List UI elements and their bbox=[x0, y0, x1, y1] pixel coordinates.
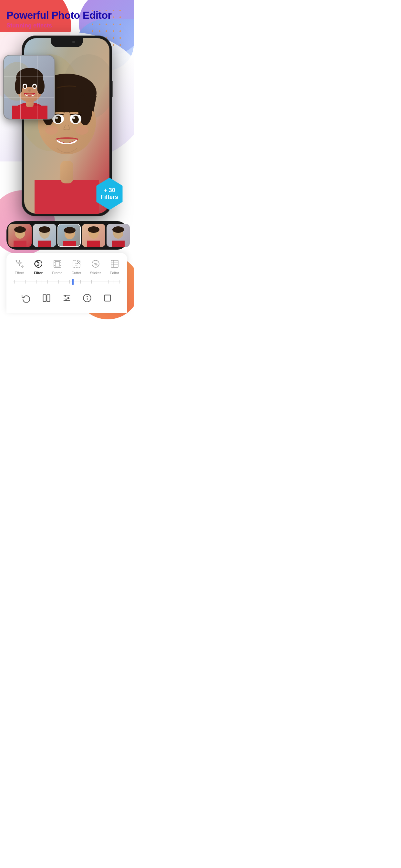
svg-point-25 bbox=[75, 126, 89, 135]
frame-icon bbox=[52, 258, 63, 270]
svg-rect-67 bbox=[111, 260, 118, 268]
cutter-label: Cutter bbox=[72, 271, 81, 275]
app-subtitle: Stunning effects bbox=[6, 22, 127, 29]
svg-rect-18 bbox=[35, 180, 99, 214]
bottom-action-bar bbox=[10, 288, 124, 310]
svg-point-11 bbox=[24, 85, 26, 88]
svg-point-13 bbox=[28, 89, 31, 92]
svg-rect-71 bbox=[43, 295, 46, 302]
filter-thumb-4[interactable] bbox=[82, 224, 105, 247]
effect-icon bbox=[13, 258, 25, 270]
toolbar-icons: Effect Filter bbox=[10, 258, 124, 275]
filter-slider[interactable] bbox=[13, 279, 121, 285]
svg-point-30 bbox=[55, 117, 58, 119]
toolbar-item-filter[interactable]: Filter bbox=[29, 258, 48, 275]
toolbar-item-frame[interactable]: Frame bbox=[48, 258, 67, 275]
svg-rect-19 bbox=[60, 161, 73, 183]
phone-section: + 30Filters bbox=[6, 35, 127, 216]
toolbar-item-cutter[interactable]: Cutter bbox=[67, 258, 86, 275]
phone-camera bbox=[72, 41, 75, 43]
filter-count-badge: + 30Filters bbox=[95, 178, 124, 210]
effect-label: Effect bbox=[15, 271, 24, 275]
cutter-icon bbox=[71, 258, 82, 270]
svg-point-47 bbox=[88, 226, 99, 233]
photo-thumbnail bbox=[3, 55, 55, 120]
badge-text: + 30Filters bbox=[101, 187, 118, 201]
svg-rect-82 bbox=[104, 295, 111, 301]
svg-point-39 bbox=[39, 226, 50, 233]
editor-icon bbox=[109, 258, 120, 270]
svg-point-76 bbox=[64, 295, 66, 297]
filter-thumb-2[interactable] bbox=[33, 224, 56, 247]
rotate-button[interactable] bbox=[19, 291, 33, 305]
app-title: Powerful Photo Editor bbox=[6, 10, 127, 21]
sticker-icon: % bbox=[90, 258, 101, 270]
svg-rect-3 bbox=[12, 105, 48, 120]
svg-point-52 bbox=[35, 260, 42, 268]
filter-label: Filter bbox=[34, 271, 42, 275]
editor-label: Editor bbox=[110, 271, 119, 275]
filter-thumb-3[interactable] bbox=[58, 224, 81, 247]
toolbar-item-sticker[interactable]: % Sticker bbox=[86, 258, 105, 275]
compare-button[interactable] bbox=[39, 291, 54, 305]
svg-point-35 bbox=[14, 226, 26, 233]
toolbar-item-editor[interactable]: Editor bbox=[105, 258, 124, 275]
phone-notch bbox=[51, 38, 83, 47]
svg-point-77 bbox=[67, 297, 69, 299]
info-button[interactable] bbox=[80, 291, 94, 305]
svg-rect-55 bbox=[55, 261, 60, 266]
svg-point-24 bbox=[45, 126, 58, 135]
svg-rect-50 bbox=[112, 241, 125, 247]
filter-thumb-1[interactable] bbox=[8, 224, 32, 247]
adjust-button[interactable] bbox=[60, 291, 74, 305]
filter-strip[interactable] bbox=[6, 221, 127, 250]
toolbar-item-effect[interactable]: Effect bbox=[10, 258, 29, 275]
frame-label: Frame bbox=[52, 271, 63, 275]
filter-icon bbox=[33, 258, 44, 270]
svg-point-12 bbox=[33, 85, 36, 88]
svg-point-78 bbox=[65, 299, 67, 301]
svg-rect-34 bbox=[13, 241, 27, 247]
slider-thumb[interactable] bbox=[72, 279, 73, 285]
svg-point-7 bbox=[15, 78, 23, 94]
svg-text:%: % bbox=[94, 262, 97, 266]
toolbar: Effect Filter bbox=[6, 253, 127, 313]
svg-rect-46 bbox=[87, 241, 100, 247]
svg-point-8 bbox=[37, 78, 44, 94]
phone-side-button bbox=[112, 81, 113, 97]
crop-button[interactable] bbox=[100, 291, 115, 305]
svg-rect-72 bbox=[47, 295, 50, 302]
filter-thumb-5[interactable] bbox=[106, 224, 130, 247]
svg-point-31 bbox=[73, 117, 75, 119]
svg-point-51 bbox=[112, 226, 124, 233]
sticker-label: Sticker bbox=[90, 271, 101, 275]
svg-point-43 bbox=[64, 227, 75, 234]
svg-rect-42 bbox=[63, 241, 76, 247]
svg-point-53 bbox=[35, 261, 39, 266]
svg-rect-38 bbox=[38, 241, 51, 247]
